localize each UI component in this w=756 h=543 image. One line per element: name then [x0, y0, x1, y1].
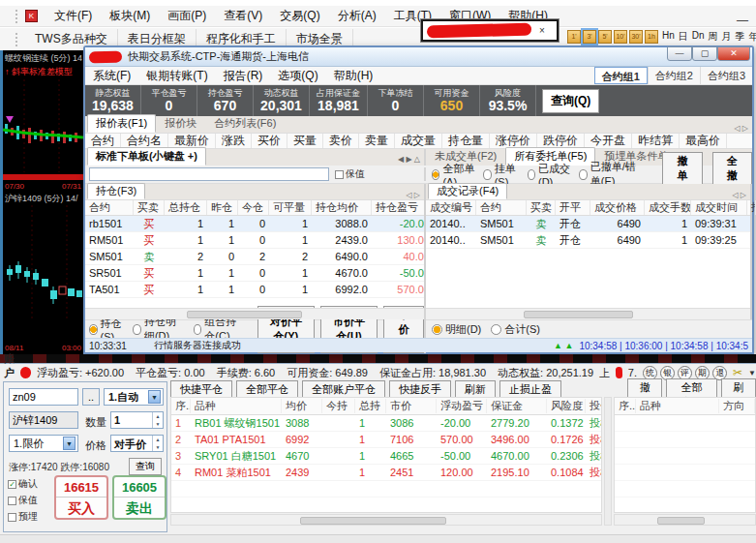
quote-tab[interactable]: 报价块 [156, 114, 205, 133]
trades-column-header[interactable]: 成交手数 [645, 200, 691, 215]
table-row[interactable]: 20140.. SM501 卖 开仓 6490 1 09:39:31 20140… [426, 216, 750, 232]
table-row[interactable]: TA501 买 1 1 0 1 6992.0 570.00 [85, 282, 424, 298]
period-button[interactable]: Hn [660, 30, 677, 44]
menu-item[interactable]: 选项(Q) [270, 67, 325, 85]
menu-item[interactable]: 查看(V) [215, 6, 271, 26]
quote-tab[interactable]: 合约列表(F6) [205, 114, 285, 133]
order-checkbox[interactable]: 预埋 [8, 510, 38, 524]
period-icon[interactable]: 1' [567, 30, 581, 44]
quote-column-header[interactable]: 涨跌 [216, 133, 252, 149]
trades-column-header[interactable]: 成交价格 [590, 200, 645, 215]
period-button[interactable]: 季 [734, 30, 747, 44]
trades-column-header[interactable]: 报单编号 [747, 200, 756, 215]
minimize-icon[interactable]: — [737, 14, 748, 27]
menu-item[interactable]: 交易(Q) [271, 6, 328, 26]
stepper-arrows[interactable]: ▲▼ [152, 412, 163, 428]
horizontal-scrollbar[interactable] [170, 514, 602, 526]
mode-select[interactable]: 1.自动▼ [104, 388, 164, 406]
positions-tab[interactable]: 持仓(F3) [87, 183, 145, 199]
table-row[interactable]: RM501 买 1 1 0 1 2439.0 130.00 [85, 232, 424, 249]
detail-radio[interactable]: 合计(S) [491, 322, 540, 337]
tab-scroll-arrows[interactable]: ◁ ▷ [732, 191, 750, 199]
horizontal-scrollbar[interactable] [426, 308, 750, 319]
scrollbar-thumb[interactable] [300, 517, 446, 525]
scrollbar-thumb[interactable] [524, 311, 634, 318]
quote-tab[interactable]: 报价表(F1) [87, 114, 156, 133]
maximize-button[interactable]: ▢ [692, 46, 717, 61]
positions-column-header[interactable]: 买卖 [134, 200, 165, 215]
positions-column-header[interactable]: 可平量 [269, 200, 312, 215]
hedge-checkbox[interactable]: 保值 [335, 167, 365, 181]
scrollbar-thumb[interactable] [657, 517, 705, 525]
positions-column-header[interactable]: 昨仓 [207, 200, 238, 215]
column-header[interactable]: 序.. [615, 399, 636, 413]
table-row[interactable]: 1 RB01 螺纹钢1501 3088 1 3086 -20.00 2779.2… [171, 415, 601, 432]
column-header[interactable]: 今持 [322, 399, 355, 413]
quote-column-header[interactable]: 买价 [252, 133, 287, 149]
browse-button[interactable]: .. [82, 388, 100, 406]
trades-tab[interactable]: 成交记录(F4) [428, 183, 507, 199]
period-button[interactable]: 年 [747, 30, 756, 44]
column-header[interactable]: 方向 [719, 399, 755, 413]
table-row[interactable]: SR501 买 1 1 0 1 4670.0 -50.00 [85, 265, 424, 282]
trades-column-header[interactable]: 买卖 [527, 200, 556, 215]
close-icon[interactable]: × [539, 25, 545, 36]
contract-group-tab[interactable]: 合约组1 [594, 67, 648, 84]
period-button[interactable]: 日 [677, 30, 690, 44]
tab-scroll-arrows[interactable]: ◁ ▷ [734, 124, 752, 133]
panel-arrows[interactable]: ◀ ▶ △ [398, 155, 424, 166]
column-header[interactable]: 均价 [282, 399, 322, 413]
period-icon[interactable]: 3' [583, 30, 596, 44]
period-button[interactable]: Dn [690, 30, 707, 44]
trades-column-header[interactable]: 合约 [476, 200, 527, 215]
column-header[interactable]: 序.. [171, 399, 191, 413]
order-checkbox[interactable]: ✓确认 [8, 477, 38, 491]
sell-button[interactable]: 16605 卖出 [112, 475, 166, 520]
period-icon[interactable]: 10' [614, 30, 627, 44]
column-header[interactable]: 总持 [355, 399, 386, 413]
column-header[interactable]: 投保 [586, 399, 602, 413]
table-row[interactable]: rb1501 买 1 1 0 1 3088.0 -20.00 [85, 216, 424, 232]
quote-column-header[interactable]: 卖价 [323, 133, 359, 149]
close-button[interactable]: ✕ [717, 46, 750, 61]
period-icon[interactable]: 30' [629, 30, 643, 44]
menu-item[interactable]: 银期转账(T) [138, 67, 215, 85]
contract-code-input[interactable] [9, 388, 78, 406]
table-row[interactable]: 3 SRY01 白糖1501 4670 1 4665 -50.00 4670.0… [171, 448, 601, 465]
trades-column-header[interactable]: 成交时间 [691, 200, 747, 215]
tools-icon[interactable]: ✂ [733, 366, 742, 379]
contract-group-tab[interactable]: 合约组3 [700, 67, 752, 84]
trading-window-titlebar[interactable]: 快期交易系统-CTP-海通期货-上海电信 — ▢ ✕ [85, 47, 752, 67]
menu-item[interactable]: 文件(F) [45, 6, 101, 26]
table-row[interactable]: 20140.. SM501 卖 开仓 6490 1 09:39:25 20140… [426, 232, 750, 249]
minimize-button[interactable]: — [667, 46, 692, 61]
positions-column-header[interactable]: 今仓 [238, 200, 269, 215]
column-header[interactable]: 品种 [636, 399, 719, 413]
quote-column-header[interactable]: 卖量 [359, 133, 395, 149]
buy-button[interactable]: 16615 买入 [54, 475, 108, 520]
menu-item[interactable]: 报告(R) [216, 67, 271, 85]
stepper-arrows[interactable]: ▲▼ [152, 436, 163, 451]
query-button[interactable]: 查询(Q) [542, 89, 599, 113]
menu-item[interactable]: 画面(P) [159, 6, 215, 26]
period-icon[interactable]: 1h [645, 30, 658, 44]
menu-item[interactable]: 板块(M) [101, 6, 159, 26]
detail-radio[interactable]: 明细(D) [432, 322, 481, 337]
trades-column-header[interactable]: 成交编号 [426, 200, 476, 215]
column-header[interactable]: 浮动盈亏 [437, 399, 487, 413]
tab-scroll-arrows[interactable]: ◁ ▷ [406, 191, 424, 199]
table-row[interactable]: 2 TA01 PTA1501 6992 1 7106 570.00 3496.0… [171, 432, 601, 448]
menu-item[interactable]: 分析(A) [329, 6, 385, 26]
contract-group-tab[interactable]: 合约组2 [648, 67, 700, 84]
column-header[interactable]: 保证金 [487, 399, 547, 413]
menu-item[interactable]: 系统(F) [85, 67, 138, 85]
price-type-select[interactable]: 1.限价▼ [9, 435, 78, 452]
positions-column-header[interactable]: 持仓盈亏 [372, 200, 434, 215]
floating-search-box[interactable]: × [421, 19, 559, 42]
order-checkbox[interactable]: 保值 [8, 494, 38, 507]
scrollbar-thumb[interactable] [187, 311, 302, 318]
contract-input[interactable] [89, 167, 329, 181]
menu-item[interactable]: 帮助(H) [326, 67, 381, 85]
trades-column-header[interactable]: 开平 [556, 200, 590, 215]
column-header[interactable]: 风险度 [547, 399, 586, 413]
